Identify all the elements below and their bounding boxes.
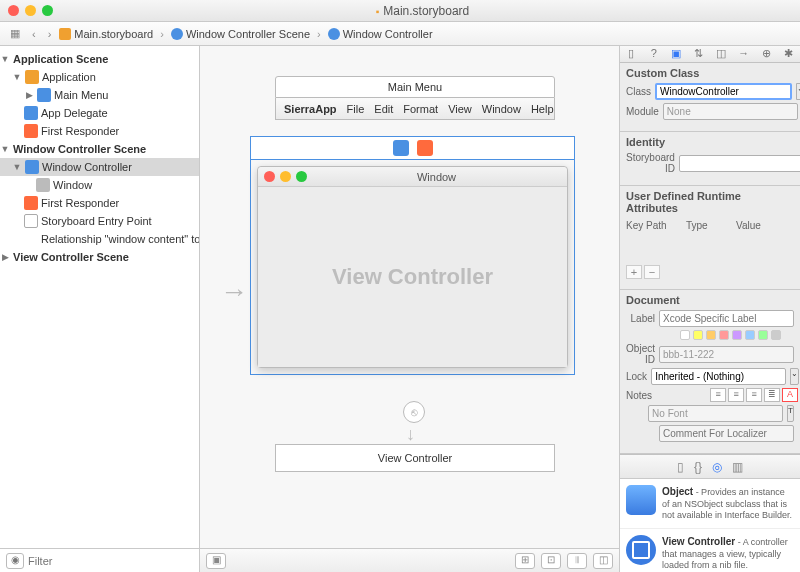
tree-item[interactable]: First Responder [41, 197, 119, 209]
disclosure-icon[interactable]: ▼ [0, 54, 10, 64]
color-swatch[interactable] [745, 330, 755, 340]
crumb-scene[interactable]: Window Controller Scene [171, 28, 310, 40]
view-controller-scene[interactable]: View Controller [275, 444, 555, 472]
align-left-icon[interactable]: ≡ [710, 388, 726, 402]
crumb-controller[interactable]: Window Controller [328, 28, 433, 40]
tree-item[interactable]: Relationship "window content" to "... [41, 233, 199, 245]
responder-icon [24, 196, 38, 210]
nav-leftpanel-icon[interactable]: ▦ [6, 27, 24, 40]
media-library-tab[interactable]: ▥ [732, 460, 743, 474]
menu-item[interactable]: View [448, 103, 472, 115]
color-swatch[interactable] [706, 330, 716, 340]
effects-inspector-tab[interactable]: ✱ [780, 46, 798, 62]
object-library-tab[interactable]: ◎ [712, 460, 722, 474]
help-inspector-tab[interactable]: ? [645, 46, 663, 62]
trait-variation-icon[interactable]: ⊞ [515, 553, 535, 569]
align-right-icon[interactable]: ≡ [746, 388, 762, 402]
filter-scope-icon[interactable]: ◉ [6, 553, 24, 569]
color-swatch[interactable] [680, 330, 690, 340]
class-dropdown-icon[interactable]: ⌄ [796, 83, 800, 100]
minimize-icon[interactable] [25, 5, 36, 16]
objectid-value [659, 346, 794, 363]
zoom-icon[interactable] [42, 5, 53, 16]
file-template-tab[interactable]: ▯ [677, 460, 684, 474]
disclosure-icon[interactable]: ▼ [0, 144, 10, 154]
font-display[interactable] [648, 405, 783, 422]
lock-dropdown-icon[interactable]: ⌄ [790, 368, 799, 385]
code-snippet-tab[interactable]: {} [694, 460, 702, 474]
size-inspector-tab[interactable]: ◫ [712, 46, 730, 62]
nav-back[interactable]: ‹ [28, 28, 40, 40]
menu-item[interactable]: SierraApp [284, 103, 337, 115]
tree-item[interactable]: Application [42, 71, 96, 83]
label-color-swatches [680, 330, 794, 340]
first-responder-icon[interactable] [417, 140, 433, 156]
view-controller-icon [626, 535, 656, 565]
storyboard-id-input[interactable] [679, 155, 800, 172]
identity-inspector-tab[interactable]: ▣ [667, 46, 685, 62]
class-input[interactable] [655, 83, 792, 100]
font-picker-icon[interactable]: T [787, 405, 794, 422]
color-swatch[interactable] [693, 330, 703, 340]
library-item[interactable]: View Controller - A controller that mana… [620, 529, 800, 572]
menu-item[interactable]: Format [403, 103, 438, 115]
disclosure-icon[interactable]: ▶ [24, 90, 34, 100]
canvas[interactable]: Main Menu SierraApp File Edit Format Vie… [200, 46, 620, 572]
module-label: Module [626, 106, 659, 117]
align-icon[interactable]: ⫴ [567, 553, 587, 569]
disclosure-icon[interactable]: ▶ [0, 252, 10, 262]
color-swatch[interactable] [758, 330, 768, 340]
connections-inspector-tab[interactable]: → [735, 46, 753, 62]
remove-attribute-button[interactable]: − [644, 265, 660, 279]
tree-item[interactable]: Window [53, 179, 92, 191]
scene-heading[interactable]: Application Scene [13, 53, 108, 65]
entry-point-arrow-icon[interactable]: → [220, 276, 248, 308]
tree-item[interactable]: Main Menu [54, 89, 108, 101]
localizer-comment-input[interactable] [659, 425, 794, 442]
delegate-icon [24, 106, 38, 120]
tree-item[interactable]: First Responder [41, 125, 119, 137]
close-icon[interactable] [8, 5, 19, 16]
color-swatch[interactable] [732, 330, 742, 340]
menu-item[interactable]: Help [531, 103, 554, 115]
outline-filter-input[interactable] [28, 555, 193, 567]
scene-heading[interactable]: View Controller Scene [13, 251, 129, 263]
nav-forward[interactable]: › [44, 28, 56, 40]
scene-heading[interactable]: Window Controller Scene [13, 143, 146, 155]
pin-icon[interactable]: ◫ [593, 553, 613, 569]
add-attribute-button[interactable]: + [626, 265, 642, 279]
toggle-outline-icon[interactable]: ▣ [206, 553, 226, 569]
segue-icon[interactable]: ⎋ [403, 401, 425, 423]
tree-item[interactable]: App Delegate [41, 107, 108, 119]
window-controller-scene[interactable]: Window View Controller [250, 136, 575, 375]
text-color-icon[interactable]: A [782, 388, 798, 402]
menu-bar[interactable]: SierraApp File Edit Format View Window H… [275, 98, 555, 120]
file-inspector-tab[interactable]: ▯ [622, 46, 640, 62]
lock-select[interactable] [651, 368, 786, 385]
align-justify-icon[interactable]: ≣ [764, 388, 780, 402]
color-swatch[interactable] [719, 330, 729, 340]
tree-item-selected[interactable]: Window Controller [42, 161, 132, 173]
bindings-inspector-tab[interactable]: ⊕ [757, 46, 775, 62]
window-controller-icon[interactable] [393, 140, 409, 156]
menu-item[interactable]: File [347, 103, 365, 115]
inspector-tabs: ▯ ? ▣ ⇅ ◫ → ⊕ ✱ [620, 46, 800, 63]
application-icon [25, 70, 39, 84]
disclosure-icon[interactable]: ▼ [12, 162, 22, 172]
library-item[interactable]: Object - Provides an instance of an NSOb… [620, 479, 800, 529]
window-object[interactable]: Window View Controller [257, 166, 568, 368]
main-menu-scene[interactable]: Main Menu SierraApp File Edit Format Vie… [275, 76, 555, 120]
label-input[interactable] [659, 310, 794, 327]
scene-dock[interactable] [250, 136, 575, 160]
disclosure-icon[interactable]: ▼ [12, 72, 22, 82]
attributes-inspector-tab[interactable]: ⇅ [690, 46, 708, 62]
menu-item[interactable]: Window [482, 103, 521, 115]
tree-item[interactable]: Storyboard Entry Point [41, 215, 152, 227]
align-center-icon[interactable]: ≡ [728, 388, 744, 402]
module-input[interactable] [663, 103, 798, 120]
crumb-file[interactable]: Main.storyboard [59, 28, 153, 40]
traffic-lights[interactable] [8, 5, 53, 16]
embed-icon[interactable]: ⊡ [541, 553, 561, 569]
menu-item[interactable]: Edit [374, 103, 393, 115]
color-swatch[interactable] [771, 330, 781, 340]
